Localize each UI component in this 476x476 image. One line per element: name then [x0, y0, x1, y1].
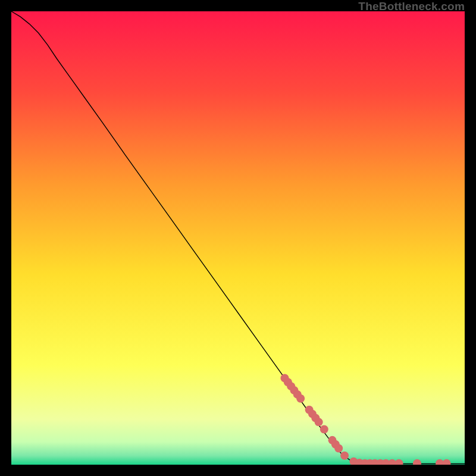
- data-point: [296, 394, 305, 403]
- data-point: [340, 452, 349, 460]
- plot-area: [11, 11, 465, 465]
- data-point: [315, 418, 323, 426]
- chart-frame: TheBottleneck.com: [0, 0, 476, 476]
- chart-svg: [11, 11, 465, 465]
- data-point: [320, 425, 328, 434]
- data-point: [334, 444, 343, 453]
- attribution-label: TheBottleneck.com: [358, 0, 465, 13]
- gradient-background: [11, 11, 465, 465]
